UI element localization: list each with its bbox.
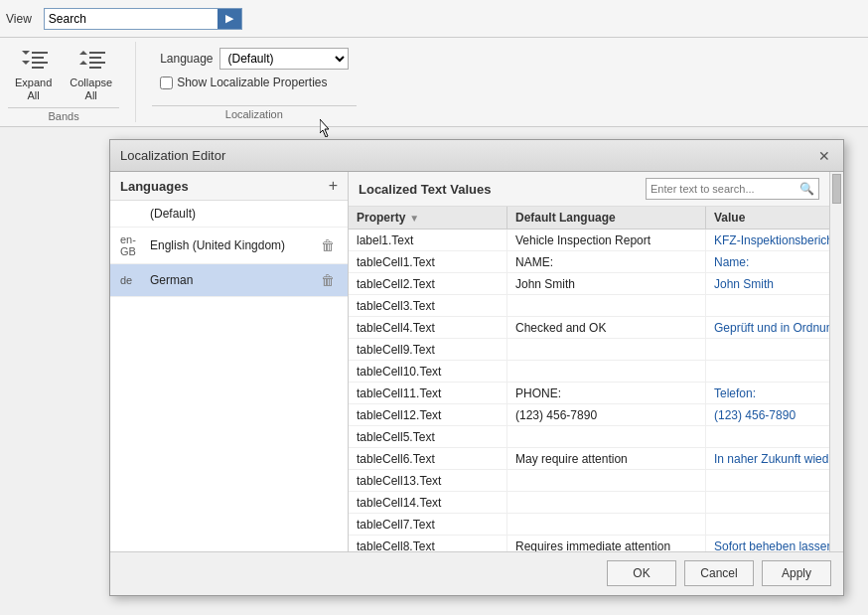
ribbon-band-buttons: ExpandAll — [8, 46, 119, 107]
table-row[interactable]: tableCell3.Text — [349, 295, 829, 317]
cell-property-3: tableCell3.Text — [349, 295, 507, 316]
dialog-title: Localization Editor — [120, 148, 225, 163]
table-row[interactable]: tableCell4.Text Checked and OK Geprüft u… — [349, 317, 829, 339]
cell-default-13 — [507, 514, 706, 535]
cell-default-12 — [507, 492, 706, 513]
cell-default-3 — [507, 295, 706, 316]
localization-editor-dialog: Localization Editor ✕ Languages + (Defau… — [109, 139, 844, 596]
show-localizable-label[interactable]: Show Localizable Properties — [177, 76, 327, 89]
cell-property-11: tableCell13.Text — [349, 470, 507, 491]
languages-title: Languages — [120, 179, 189, 194]
lang-code-de: de — [120, 274, 150, 286]
table-row[interactable]: label1.Text Vehicle Inspection Report KF… — [349, 230, 829, 251]
apply-button[interactable]: Apply — [762, 560, 831, 586]
localization-controls: Language (Default) Show Localizable Prop… — [152, 42, 356, 105]
cell-value-14: Sofort beheben lassen — [706, 536, 829, 551]
bands-label: Bands — [8, 107, 119, 124]
cell-property-7: tableCell11.Text — [349, 383, 507, 403]
search-button[interactable]: ▶ — [217, 9, 241, 29]
table-body: label1.Text Vehicle Inspection Report KF… — [349, 230, 829, 551]
localization-group-label: Localization — [152, 105, 356, 122]
values-search-input[interactable] — [651, 183, 799, 195]
cell-value-7: Telefon: — [706, 383, 829, 403]
cell-default-7: PHONE: — [507, 383, 706, 403]
table-row[interactable]: tableCell13.Text — [349, 470, 829, 492]
cell-value-12 — [706, 492, 829, 513]
cell-default-0: Vehicle Inspection Report — [507, 230, 706, 250]
property-sort-icon[interactable]: ▼ — [409, 213, 419, 224]
table-row[interactable]: tableCell11.Text PHONE: Telefon: — [349, 383, 829, 404]
search-input[interactable] — [45, 9, 217, 29]
ribbon-localization-group: Language (Default) Show Localizable Prop… — [152, 42, 371, 122]
cell-value-5 — [706, 339, 829, 360]
expand-all-label: ExpandAll — [15, 77, 52, 102]
table-row[interactable]: tableCell6.Text May require attention In… — [349, 448, 829, 470]
delete-lang-en-gb-button[interactable]: 🗑 — [318, 235, 338, 255]
cell-property-1: tableCell1.Text — [349, 251, 507, 272]
cancel-button[interactable]: Cancel — [684, 560, 754, 586]
table-row[interactable]: tableCell14.Text — [349, 492, 829, 514]
scrollbar-track[interactable] — [829, 172, 843, 551]
cell-property-14: tableCell8.Text — [349, 536, 507, 551]
cell-default-8: (123) 456-7890 — [507, 404, 706, 425]
dialog-titlebar: Localization Editor ✕ — [110, 140, 843, 172]
show-localizable-row: Show Localizable Properties — [160, 76, 348, 89]
cell-default-1: NAME: — [507, 251, 706, 272]
cell-value-0: KFZ-Inspektionsbericht — [706, 230, 829, 250]
cell-value-4: Geprüft und in Ordnung — [706, 317, 829, 338]
cell-property-4: tableCell4.Text — [349, 317, 507, 338]
expand-all-button[interactable]: ExpandAll — [8, 46, 59, 107]
col-default-language: Default Language — [507, 207, 706, 229]
values-table: Property ▼ Default Language Value label1… — [349, 207, 829, 551]
ribbon: ExpandAll — [0, 38, 868, 127]
dialog-close-button[interactable]: ✕ — [815, 147, 833, 165]
cell-default-11 — [507, 470, 706, 491]
languages-list: (Default) en-GB English (United Kingdom)… — [110, 201, 348, 551]
languages-panel: Languages + (Default) en-GB English (Uni… — [110, 172, 349, 551]
table-row[interactable]: tableCell9.Text — [349, 339, 829, 361]
language-item-default[interactable]: (Default) — [110, 201, 348, 228]
cell-default-4: Checked and OK — [507, 317, 706, 338]
language-select[interactable]: (Default) — [219, 48, 349, 70]
table-row[interactable]: tableCell1.Text NAME: Name: — [349, 251, 829, 273]
table-row[interactable]: tableCell10.Text — [349, 361, 829, 383]
table-row[interactable]: tableCell8.Text Requires immediate atten… — [349, 536, 829, 551]
col-property: Property ▼ — [349, 207, 507, 229]
language-item-en-gb[interactable]: en-GB English (United Kingdom) 🗑 — [110, 228, 348, 264]
cell-value-13 — [706, 514, 829, 535]
collapse-all-button[interactable]: CollapseAll — [63, 46, 119, 107]
language-item-de[interactable]: de German 🗑 — [110, 264, 348, 297]
cell-default-10: May require attention — [507, 448, 706, 469]
lang-name-de: German — [150, 273, 318, 287]
cell-property-2: tableCell2.Text — [349, 273, 507, 294]
values-title: Localized Text Values — [359, 182, 491, 197]
scrollbar-thumb[interactable] — [832, 174, 841, 204]
cell-value-9 — [706, 426, 829, 447]
table-row[interactable]: tableCell2.Text John Smith John Smith — [349, 273, 829, 295]
values-header: Localized Text Values 🔍 — [349, 172, 829, 207]
table-row[interactable]: tableCell5.Text — [349, 426, 829, 448]
cell-default-14: Requires immediate attention — [507, 536, 706, 551]
cell-property-13: tableCell7.Text — [349, 514, 507, 535]
table-row[interactable]: tableCell12.Text (123) 456-7890 (123) 45… — [349, 404, 829, 426]
cell-value-8: (123) 456-7890 — [706, 404, 829, 425]
cell-property-5: tableCell9.Text — [349, 339, 507, 360]
expand-all-icon — [22, 51, 46, 75]
values-search-box: 🔍 — [646, 178, 819, 200]
table-row[interactable]: tableCell7.Text — [349, 514, 829, 536]
cell-value-2: John Smith — [706, 273, 829, 294]
show-localizable-checkbox[interactable] — [160, 77, 173, 89]
delete-lang-de-button[interactable]: 🗑 — [318, 270, 338, 290]
ok-button[interactable]: OK — [607, 560, 676, 586]
add-language-button[interactable]: + — [329, 178, 338, 194]
cell-property-6: tableCell10.Text — [349, 361, 507, 382]
cell-property-12: tableCell14.Text — [349, 492, 507, 513]
cell-default-5 — [507, 339, 706, 360]
lang-code-en-gb: en-GB — [120, 233, 150, 257]
language-row: Language (Default) — [160, 48, 348, 70]
ribbon-bands-group: ExpandAll — [8, 42, 136, 122]
cell-value-11 — [706, 470, 829, 491]
values-panel: Localized Text Values 🔍 Property ▼ Defau… — [349, 172, 829, 551]
values-search-icon: 🔍 — [799, 182, 814, 196]
language-label: Language — [160, 52, 213, 66]
